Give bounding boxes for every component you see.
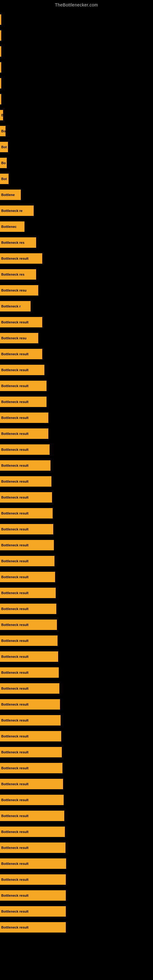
bar: B <box>0 110 3 120</box>
bar-label: Bottleneck result <box>1 830 29 834</box>
bar-label: Bottleneck resu <box>1 336 27 340</box>
bar-label: Bottleneck result <box>1 448 29 452</box>
bar-row: Bottleneck result <box>0 569 153 585</box>
bar-row: Bottleneck result <box>0 489 153 505</box>
bar-label: Bottleneck result <box>1 655 29 659</box>
bar-row: Bottleneck result <box>0 728 153 744</box>
bar-label: Bottleneck result <box>1 766 29 770</box>
bar: Bottleneck result <box>0 396 46 407</box>
bar: Bottleneck result <box>0 349 42 359</box>
bar-row: Bottleneck result <box>0 856 153 872</box>
bar-label: Bo <box>1 129 5 133</box>
bar-row: Bottleneck result <box>0 744 153 760</box>
bar: Bottleneck result <box>0 747 62 757</box>
bar: Bottleneck result <box>0 540 54 550</box>
bar-label: Bottleneck result <box>1 894 29 897</box>
bar: Bottleneck r <box>0 301 30 312</box>
bar-row: Bottlenec <box>0 219 153 235</box>
bar: Bottleneck result <box>0 890 66 901</box>
bar-row: Bottleneck result <box>0 458 153 474</box>
bar-row: Bottleneck result <box>0 250 153 266</box>
bar-label: Bottleneck result <box>1 623 29 627</box>
bar-label: Bottleneck result <box>1 416 29 420</box>
bar-label: Bottleneck result <box>1 495 29 499</box>
bar-label: Bottleneck result <box>1 814 29 818</box>
bar-row <box>0 27 153 43</box>
bar: Bottleneck result <box>0 667 59 678</box>
bar: Bottleneck result <box>0 699 60 710</box>
bar-row <box>0 91 153 107</box>
bar-row: Bottleneck result <box>0 760 153 776</box>
bar-row: Bottleneck result <box>0 888 153 904</box>
bar: Bottlenec <box>0 221 24 232</box>
bar: Bottleneck result <box>0 795 64 805</box>
bar: Bottleneck resu <box>0 285 38 296</box>
bar: Bottleneck result <box>0 588 56 598</box>
bar: Bottleneck result <box>0 906 66 916</box>
bar-row: Bottleneck result <box>0 601 153 617</box>
bar-row: Bottleneck result <box>0 394 153 410</box>
bar-label: Bottleneck result <box>1 782 29 786</box>
bar-label: Bottleneck result <box>1 878 29 881</box>
bar-row: Bottleneck result <box>0 792 153 808</box>
bar: Bo <box>0 126 5 136</box>
bar-row: Bottleneck result <box>0 872 153 888</box>
bar-label: Bottleneck result <box>1 703 29 706</box>
bar-row: Bo <box>0 155 153 171</box>
bar-row: Bottleneck result <box>0 824 153 840</box>
bar-label: Bottleneck result <box>1 480 29 483</box>
bar-row: Bottleneck result <box>0 617 153 633</box>
bar: Bottleneck result <box>0 460 51 471</box>
bar-label: Bottleneck result <box>1 607 29 611</box>
bar <box>0 14 1 25</box>
bar-row <box>0 59 153 75</box>
bar-label: Bottlenec <box>1 225 16 229</box>
bar: Bottleneck result <box>0 620 57 630</box>
bar: Bottleneck res <box>0 237 36 248</box>
bar-row <box>0 75 153 91</box>
bar-label: Bottleneck result <box>1 862 29 865</box>
bar-row: Bottleneck result <box>0 474 153 489</box>
bar: Bottleneck result <box>0 524 53 535</box>
bar-row: Bottleneck re <box>0 203 153 219</box>
bar-row: Bottleneck result <box>0 585 153 601</box>
bar-row: Bottleneck result <box>0 776 153 792</box>
bar: Bottleneck result <box>0 763 62 773</box>
bar-row: Bottleneck result <box>0 410 153 426</box>
bar-label: B <box>1 113 3 117</box>
bar-label: Bottleneck result <box>1 639 29 643</box>
bar-label: Bottlene <box>1 193 15 197</box>
bar-row: Bottleneck result <box>0 712 153 728</box>
bar-label: Bottleneck result <box>1 400 29 404</box>
bar-label: Bottleneck result <box>1 559 29 563</box>
bar: Bottleneck result <box>0 444 49 455</box>
bar: Bottleneck result <box>0 253 42 264</box>
bar-row: Bottleneck result <box>0 505 153 521</box>
bar: Bottleneck result <box>0 731 61 741</box>
bar-label: Bottleneck result <box>1 798 29 802</box>
bar: Bottleneck result <box>0 811 64 821</box>
bar-label: Bottleneck result <box>1 910 29 913</box>
bar: Bottleneck result <box>0 412 48 423</box>
bar: Bottleneck result <box>0 492 52 503</box>
bar-label: Bottleneck result <box>1 687 29 690</box>
bar: Bottleneck result <box>0 508 53 519</box>
bar: Bottleneck result <box>0 428 48 439</box>
bar-label: Bottleneck re <box>1 209 22 213</box>
bar: Bottleneck result <box>0 651 58 662</box>
bar-label: Bot <box>1 177 7 181</box>
bar-label: Bottleneck result <box>1 432 29 436</box>
bar: Bottleneck resu <box>0 333 38 343</box>
bar-row: Bottleneck result <box>0 904 153 920</box>
bar: Bottleneck result <box>0 843 65 853</box>
bar-row <box>0 43 153 59</box>
bar-row: Bottleneck result <box>0 808 153 824</box>
bar <box>0 78 1 89</box>
bar-row: Bottleneck result <box>0 442 153 458</box>
bar-row: Bottleneck result <box>0 633 153 649</box>
bar-row: Bo <box>0 123 153 139</box>
bar-label: Bot <box>1 145 7 149</box>
bar <box>0 94 1 105</box>
bar: Bot <box>0 173 9 184</box>
bar-row: Bottleneck resu <box>0 282 153 298</box>
